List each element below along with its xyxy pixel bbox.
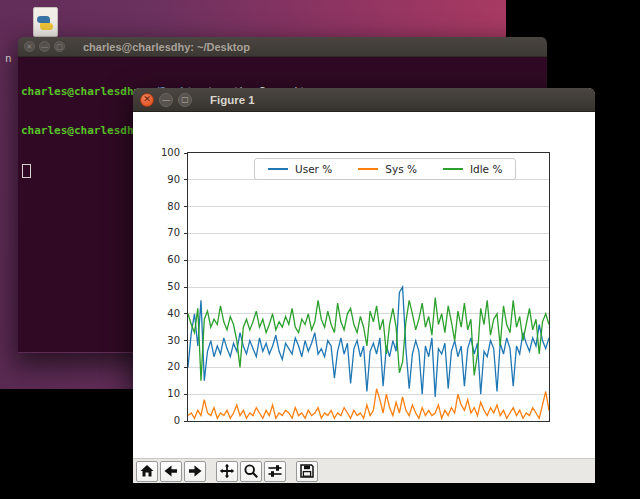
home-icon[interactable]: [136, 461, 158, 482]
terminal-cursor: [22, 164, 31, 178]
legend-line-idle: [443, 168, 463, 170]
python-file-icon[interactable]: [33, 7, 58, 37]
forward-arrow-icon[interactable]: [184, 461, 206, 482]
figure-canvas[interactable]: 0102030405060708090100 User % Sys % Idle…: [133, 112, 595, 458]
python-logo-yellow: [40, 23, 53, 30]
chart-lines: [188, 153, 549, 421]
maximize-icon[interactable]: ▢: [178, 93, 192, 107]
legend-entry-user: User %: [268, 163, 332, 175]
figure-title: Figure 1: [210, 94, 255, 106]
close-icon[interactable]: ✕: [140, 93, 154, 107]
desktop-stray-character: n: [5, 52, 12, 65]
close-icon[interactable]: ✕: [24, 41, 35, 52]
legend-entry-idle: Idle %: [443, 163, 502, 175]
maximize-icon[interactable]: ▢: [54, 41, 65, 52]
legend-entry-sys: Sys %: [358, 163, 417, 175]
back-arrow-icon[interactable]: [160, 461, 182, 482]
configure-subplots-icon[interactable]: [264, 461, 286, 482]
legend-line-sys: [358, 168, 378, 170]
matplotlib-toolbar: [133, 458, 595, 483]
minimize-icon[interactable]: —: [159, 93, 173, 107]
save-icon[interactable]: [296, 461, 318, 482]
terminal-title: charles@charlesdhy: ~/Desktop: [83, 41, 250, 53]
plot-area[interactable]: 0102030405060708090100 User % Sys % Idle…: [187, 152, 550, 422]
chart-legend: User % Sys % Idle %: [254, 158, 516, 180]
legend-label-user: User %: [295, 163, 332, 175]
pan-icon[interactable]: [216, 461, 238, 482]
minimize-icon[interactable]: —: [39, 41, 50, 52]
legend-label-sys: Sys %: [385, 163, 417, 175]
legend-line-user: [268, 168, 288, 170]
python-logo-blue: [37, 16, 50, 23]
figure-titlebar[interactable]: ✕ — ▢ Figure 1: [133, 88, 595, 112]
figure-window: ✕ — ▢ Figure 1 0102030405060708090100 Us…: [133, 88, 595, 482]
legend-label-idle: Idle %: [470, 163, 502, 175]
zoom-icon[interactable]: [240, 461, 262, 482]
terminal-titlebar[interactable]: ✕ — ▢ charles@charlesdhy: ~/Desktop: [18, 37, 547, 57]
